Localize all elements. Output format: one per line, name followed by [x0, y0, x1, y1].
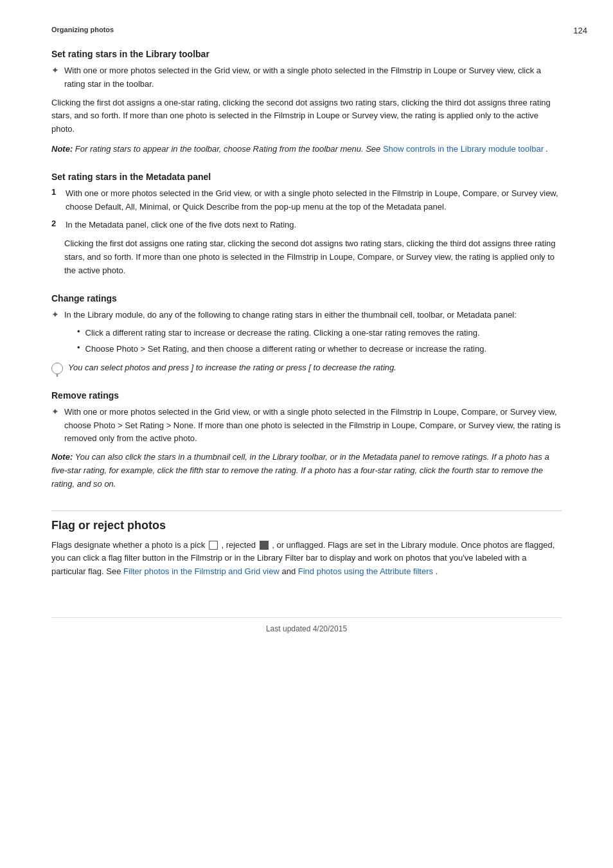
flag-link-1[interactable]: Filter photos in the Filmstrip and Grid … [123, 566, 280, 576]
section-remove-ratings: Remove ratings ✦ With one or more photos… [51, 390, 562, 491]
number-label: 1 [51, 187, 60, 197]
body-text: Clicking the first dot assigns a one-sta… [51, 96, 562, 136]
tip-text: You can select photos and press ] to inc… [68, 361, 562, 375]
bullet-item-change: ✦ In the Library module, do any of the f… [51, 309, 562, 322]
sub-bullet-text-2: Choose Photo > Set Rating, and then choo… [85, 343, 562, 356]
section-change-ratings: Change ratings ✦ In the Library module, … [51, 293, 562, 375]
bullet-diamond-icon: ✦ [51, 65, 59, 75]
flag-link-2[interactable]: Find photos using the Attribute filters [298, 566, 433, 576]
heading-metadata-panel: Set rating stars in the Metadata panel [51, 172, 562, 182]
section-label: Organizing photos [51, 26, 562, 33]
note-text: For rating stars to appear in the toolba… [75, 144, 383, 154]
numbered-text: With one or more photos selected in the … [66, 187, 562, 214]
sub-bullet-dot-icon: • [77, 327, 80, 336]
bullet-text: With one or more photos selected in the … [64, 64, 562, 91]
bullet-text-change: In the Library module, do any of the fol… [64, 309, 562, 322]
body-text: Clicking the first dot assigns one ratin… [64, 237, 562, 277]
bullet-diamond-icon: ✦ [51, 406, 59, 417]
number-label: 2 [51, 219, 60, 228]
numbered-item-2: 2 In the Metadata panel, click one of th… [51, 219, 562, 232]
bullet-item: ✦ With one or more photos selected in th… [51, 64, 562, 91]
sub-bullet-2: • Choose Photo > Set Rating, and then ch… [77, 343, 562, 356]
footer-text: Last updated 4/20/2015 [266, 624, 347, 633]
bullet-text-remove: With one or more photos selected in the … [64, 406, 562, 446]
note-block: Note: For rating stars to appear in the … [51, 143, 562, 156]
heading-flag-reject: Flag or reject photos [51, 511, 562, 532]
sub-bullet-text-1: Click a different rating star to increas… [85, 327, 562, 340]
rejected-icon [260, 541, 269, 550]
flag-after-links: . [436, 566, 438, 576]
flag-intro-before-pick: Flags designate whether a photo is a pic… [51, 540, 205, 550]
section-library-toolbar: Set rating stars in the Library toolbar … [51, 49, 562, 156]
sub-bullet-1: • Click a different rating star to incre… [77, 327, 562, 340]
section-metadata-panel: Set rating stars in the Metadata panel 1… [51, 172, 562, 278]
note-link[interactable]: Show controls in the Library module tool… [383, 144, 544, 154]
note-text-remove: You can also click the stars in a thumbn… [51, 452, 549, 489]
numbered-item-1: 1 With one or more photos selected in th… [51, 187, 562, 214]
flag-intro-text: Flags designate whether a photo is a pic… [51, 539, 562, 579]
bullet-diamond-icon: ✦ [51, 309, 59, 320]
numbered-text: In the Metadata panel, click one of the … [66, 219, 562, 232]
page-container: 124 Organizing photos Set rating stars i… [0, 0, 613, 868]
heading-change-ratings: Change ratings [51, 293, 562, 303]
flag-intro-before-rejected: , rejected [221, 540, 255, 550]
page-number: 124 [573, 26, 587, 35]
note-label: Note: [51, 144, 75, 154]
note-label: Note: [51, 452, 75, 462]
pick-icon [209, 541, 218, 550]
heading-remove-ratings: Remove ratings [51, 390, 562, 401]
note-block-remove: Note: You can also click the stars in a … [51, 451, 562, 491]
heading-library-toolbar: Set rating stars in the Library toolbar [51, 49, 562, 59]
indent-block: Clicking the first dot assigns one ratin… [64, 237, 562, 277]
tip-icon [51, 363, 63, 374]
footer: Last updated 4/20/2015 [51, 617, 562, 633]
section-flag-reject: Flag or reject photos Flags designate wh… [51, 511, 562, 579]
sub-bullets-block: • Click a different rating star to incre… [64, 327, 562, 356]
note-period: . [546, 144, 549, 154]
tip-block: You can select photos and press ] to inc… [51, 361, 562, 375]
sub-bullet-dot-icon: • [77, 343, 80, 352]
bullet-item-remove: ✦ With one or more photos selected in th… [51, 406, 562, 446]
